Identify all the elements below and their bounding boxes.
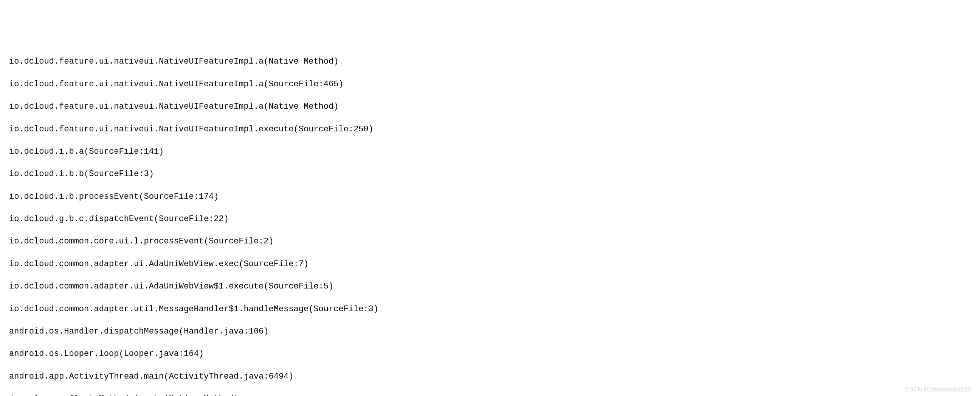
stack-line: android.os.Handler.dispatchMessage(Handl… [9, 326, 980, 337]
stack-line: io.dcloud.common.adapter.util.MessageHan… [9, 303, 980, 315]
stack-line: io.dcloud.feature.ui.nativeui.NativeUIFe… [9, 101, 980, 112]
stack-line: android.os.Looper.loop(Looper.java:164) [9, 348, 980, 360]
stack-line: io.dcloud.feature.ui.nativeui.NativeUIFe… [9, 56, 980, 67]
stack-line: io.dcloud.i.b.a(SourceFile:141) [9, 146, 980, 158]
stack-line: android.app.ActivityThread.main(Activity… [9, 371, 980, 382]
stack-trace: io.dcloud.feature.ui.nativeui.NativeUIFe… [0, 45, 980, 396]
stack-line: io.dcloud.g.b.c.dispatchEvent(SourceFile… [9, 214, 980, 225]
stack-line: java.lang.reflect.Method.invoke(Native M… [9, 393, 980, 396]
watermark: CSDN @zhaoxiaoba123 [905, 385, 971, 394]
stack-line: io.dcloud.common.adapter.ui.AdaUniWebVie… [9, 281, 980, 292]
stack-line: io.dcloud.feature.ui.nativeui.NativeUIFe… [9, 124, 980, 135]
stack-line: io.dcloud.common.core.ui.l.processEvent(… [9, 236, 980, 247]
stack-line: io.dcloud.common.adapter.ui.AdaUniWebVie… [9, 259, 980, 270]
stack-line: io.dcloud.i.b.b(SourceFile:3) [9, 168, 980, 180]
stack-line: io.dcloud.feature.ui.nativeui.NativeUIFe… [9, 79, 980, 90]
stack-line: io.dcloud.i.b.processEvent(SourceFile:17… [9, 191, 980, 203]
